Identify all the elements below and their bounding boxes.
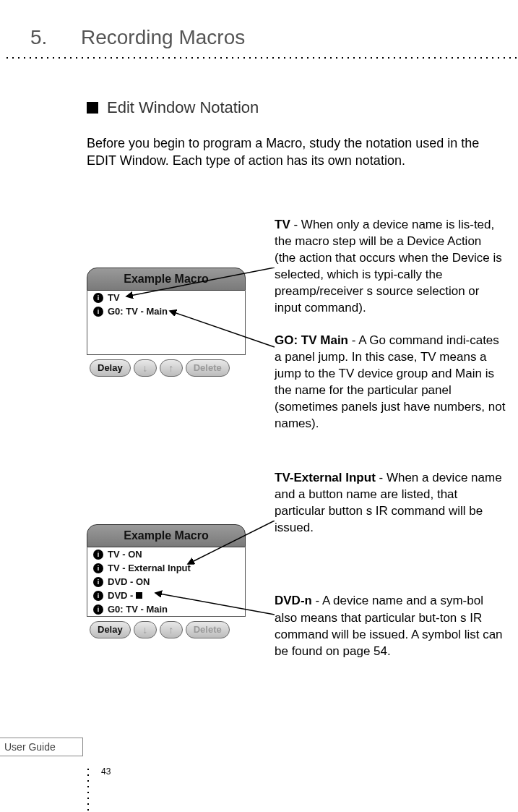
step-bullet: i (93, 604, 103, 615)
explanation-go: GO: TV Main - A Go command indi-cates a … (275, 333, 506, 432)
arrow-dvd-symbol (144, 586, 285, 622)
macro-controls: Delay ↓ ↑ Delete (87, 355, 246, 380)
step-bullet: i (93, 563, 103, 573)
explanation-external-input: TV-External Input - When a device name a… (275, 470, 506, 537)
explanation-lead: TV (275, 218, 290, 231)
svg-line-0 (126, 268, 275, 296)
footer-label: User Guide (0, 738, 83, 756)
move-down-button[interactable]: ↓ (134, 359, 157, 377)
section-heading-text: Edit Window Notation (107, 98, 259, 117)
macro-step-text: DVD - (108, 590, 142, 601)
arrow-external-input (177, 521, 293, 575)
page-number: 43 (101, 766, 111, 777)
chapter-number: 5. (30, 26, 81, 49)
move-up-button[interactable]: ↑ (160, 359, 183, 377)
move-down-button[interactable]: ↓ (134, 621, 157, 638)
svg-line-2 (188, 521, 275, 564)
svg-line-3 (155, 593, 275, 615)
step-bullet: i (93, 577, 103, 587)
delete-button[interactable]: Delete (186, 359, 230, 377)
step-bullet: i (93, 550, 103, 560)
move-up-button[interactable]: ↑ (160, 621, 183, 638)
explanation-lead: TV-External Input (275, 471, 376, 484)
step-bullet: i (93, 307, 103, 317)
macro-step-text: TV - ON (108, 549, 142, 560)
footer-vertical-rule (87, 766, 90, 812)
explanation-body: - A Go command indi-cates a panel jump. … (275, 333, 505, 430)
explanation-body: - When only a device name is lis-ted, th… (275, 218, 502, 315)
svg-line-1 (170, 311, 275, 347)
step-bullet: i (93, 293, 103, 303)
delete-button[interactable]: Delete (186, 621, 230, 638)
arrow-go (159, 304, 289, 354)
header-rule (4, 56, 518, 59)
delay-button[interactable]: Delay (90, 359, 131, 377)
explanation-tv: TV - When only a device name is lis-ted,… (275, 217, 506, 317)
macro-step-text: DVD - ON (108, 576, 150, 587)
chapter-title: Recording Macros (81, 26, 245, 49)
intro-paragraph: Before you begin to program a Macro, stu… (87, 134, 491, 170)
delay-button[interactable]: Delay (90, 621, 131, 638)
explanation-dvd-symbol: DVD-n - A device name and a sym-bol also… (275, 593, 506, 660)
stop-icon (136, 592, 142, 599)
section-heading: Edit Window Notation (87, 98, 259, 117)
step-bullet: i (93, 591, 103, 601)
